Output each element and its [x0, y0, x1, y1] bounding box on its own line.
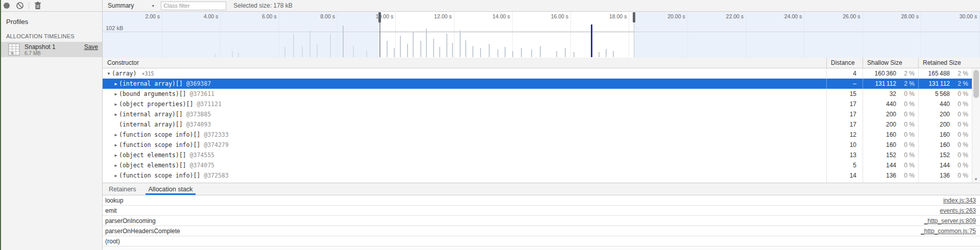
- table-scrollbar[interactable]: ▼: [972, 68, 980, 183]
- unselected-overlay-right: [634, 12, 980, 58]
- shallow-size-value: 160: [863, 141, 896, 148]
- expand-arrow-icon[interactable]: ▶: [113, 82, 119, 86]
- expand-arrow-icon[interactable]: ▶: [113, 143, 119, 147]
- tab-retainers[interactable]: Retainers: [103, 183, 142, 195]
- source-link[interactable]: index.js:343: [943, 197, 980, 204]
- window-edge: [0, 0, 1, 250]
- save-link[interactable]: Save: [84, 43, 98, 51]
- allocation-bar: [573, 52, 575, 57]
- object-id: @372333: [204, 131, 228, 138]
- expand-arrow-icon[interactable]: ▶: [113, 102, 119, 107]
- table-row[interactable]: (internal array)[]@374093 17 2000 % 2000…: [103, 119, 972, 130]
- selection-left-handle[interactable]: [378, 12, 381, 22]
- source-link[interactable]: _http_server.js:809: [924, 217, 980, 224]
- constructor-name: (function scope info)[]: [119, 131, 200, 138]
- record-button[interactable]: [0, 0, 13, 11]
- chevron-down-icon: ▼: [151, 4, 155, 8]
- table-row[interactable]: ▶(internal array)[]@373885 17 2000 % 200…: [103, 109, 972, 119]
- time-tick-label: 24.00 s: [770, 13, 802, 19]
- expand-arrow-icon[interactable]: ▶: [113, 173, 119, 178]
- stack-frame-row[interactable]: lookup index.js:343: [103, 195, 980, 206]
- tab-label: Retainers: [109, 186, 136, 193]
- allocation-bar: [439, 47, 440, 57]
- object-id: @374075: [190, 162, 214, 169]
- object-id: @373885: [186, 111, 211, 118]
- retained-size-pct: 0 %: [950, 121, 972, 128]
- scrollbar-down-arrow[interactable]: ▼: [974, 177, 978, 182]
- allocation-bar: [591, 24, 592, 57]
- allocation-timeline[interactable]: 102 kB 2.00 s4.00 s6.00 s8.00 s10.00 s12…: [103, 12, 980, 58]
- retained-size-pct: 0 %: [950, 111, 972, 118]
- perspective-select[interactable]: Summary ▼: [108, 2, 155, 9]
- shallow-size-pct: 0 %: [896, 90, 918, 97]
- delete-profile-button[interactable]: [31, 0, 44, 11]
- shallow-size-pct: 0 %: [896, 131, 918, 138]
- table-row[interactable]: ▶(object elements)[]@374555 13 1520 % 15…: [103, 150, 972, 160]
- expand-arrow-icon[interactable]: ▶: [113, 92, 119, 96]
- sidebar-item-snapshot-1[interactable]: % Snapshot 1 6.7 MB Save: [0, 42, 102, 57]
- allocation-bar: [472, 46, 473, 57]
- retained-size-value: 144: [919, 162, 950, 169]
- expand-arrow-icon[interactable]: ▶: [113, 133, 119, 137]
- allocation-bar: [540, 46, 541, 57]
- selection-left-line: [379, 22, 380, 58]
- perspective-value: Summary: [108, 2, 134, 9]
- expand-arrow-icon[interactable]: ▶: [113, 112, 119, 117]
- scale-label: 102 kB: [106, 25, 123, 31]
- time-gridline: [454, 12, 455, 58]
- retained-size-pct: 0 %: [950, 172, 972, 179]
- stack-frame-row[interactable]: parserOnIncoming _http_server.js:809: [103, 216, 980, 226]
- source-link[interactable]: _http_common.js:75: [921, 228, 980, 235]
- table-row[interactable]: ▼(array)×315 4 160 3602 % 165 4882 %: [103, 68, 972, 79]
- expand-arrow-icon[interactable]: ▼: [106, 71, 112, 76]
- profiles-sidebar: Profiles ALLOCATION TIMELINES % Snapshot…: [0, 11, 103, 250]
- distance-value: 17: [850, 101, 856, 108]
- column-header-distance[interactable]: Distance: [826, 58, 863, 68]
- time-tick-label: 14.00 s: [479, 13, 510, 19]
- table-row[interactable]: ▶(function scope info)[]@374279 10 1600 …: [103, 140, 972, 150]
- allocation-bar: [505, 47, 506, 57]
- retained-size-pct: 2 %: [950, 80, 972, 87]
- column-header-retained-size[interactable]: Retained Size: [918, 58, 972, 68]
- table-row-selected[interactable]: ▶(internal array)[]@369387 – 131 1122 % …: [103, 79, 972, 89]
- snapshot-icon: %: [8, 43, 21, 56]
- selection-right-handle[interactable]: [633, 12, 635, 22]
- constructor-name: (internal array)[]: [119, 80, 183, 87]
- tab-allocation-stack[interactable]: Allocation stack: [142, 183, 199, 195]
- allocation-bar: [407, 44, 408, 57]
- table-row[interactable]: ▶(bound arguments)[]@373611 15 320 % 5 5…: [103, 89, 972, 99]
- table-row[interactable]: ▶(function scope info)[]@372333 12 1600 …: [103, 130, 972, 140]
- retained-size-value: 160: [919, 141, 950, 148]
- stack-frame-row[interactable]: (root): [103, 236, 980, 246]
- time-tick-label: 22.00 s: [712, 13, 744, 19]
- table-row[interactable]: ▶(object elements)[]@374075 5 1440 % 144…: [103, 160, 972, 170]
- retained-size-value: 200: [919, 121, 950, 128]
- object-id: @374279: [204, 141, 228, 148]
- column-header-shallow-size[interactable]: Shallow Size: [863, 58, 918, 68]
- clear-button[interactable]: [13, 0, 27, 11]
- class-filter-input[interactable]: [161, 2, 226, 10]
- retained-size-value: 160: [919, 131, 950, 138]
- retained-size-pct: 0 %: [950, 152, 972, 159]
- stack-function: parserOnHeadersComplete: [103, 228, 180, 235]
- scrollbar-thumb[interactable]: [973, 70, 979, 98]
- column-header-constructor[interactable]: Constructor: [103, 58, 826, 68]
- time-gridline: [570, 12, 571, 58]
- expand-arrow-icon[interactable]: ▶: [113, 163, 119, 168]
- distance-value: 15: [850, 90, 856, 97]
- record-icon: [4, 3, 10, 9]
- constructor-name: (object properties)[]: [119, 101, 193, 108]
- shallow-size-value: 136: [863, 172, 896, 179]
- allocation-bar: [556, 51, 557, 57]
- table-row[interactable]: ▶(object properties)[]@371121 17 4400 % …: [103, 99, 972, 109]
- heap-table-body: ▼(array)×315 4 160 3602 % 165 4882 % ▶(i…: [103, 68, 972, 183]
- constructor-name: (array): [112, 70, 136, 77]
- stack-frame-row[interactable]: parserOnHeadersComplete _http_common.js:…: [103, 226, 980, 236]
- table-row[interactable]: ▶(function scope info)[]@372583 14 1360 …: [103, 170, 972, 181]
- allocation-bar: [420, 41, 421, 57]
- details-tabbar: Retainers Allocation stack: [103, 183, 980, 195]
- stack-frame-row[interactable]: emit events.js:263: [103, 206, 980, 216]
- time-tick-label: 26.00 s: [829, 13, 861, 19]
- expand-arrow-icon[interactable]: ▶: [113, 153, 119, 158]
- source-link[interactable]: events.js:263: [940, 207, 980, 214]
